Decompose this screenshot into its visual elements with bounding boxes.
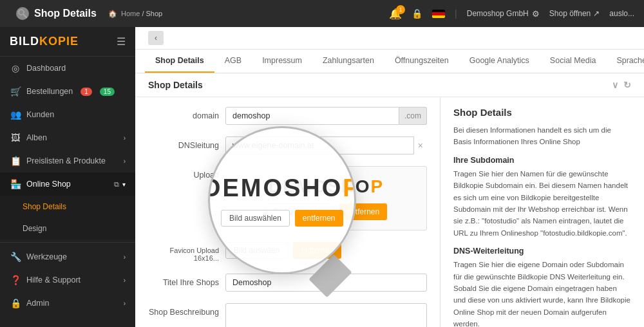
shop-open-label: Shop öffnen bbox=[549, 9, 591, 18]
admin-arrow: › bbox=[124, 300, 126, 307]
language-flag[interactable] bbox=[432, 10, 445, 18]
dns-clear-button[interactable]: × bbox=[414, 140, 427, 151]
logo-upload-area: DEMOSHOP Bild auswählen entfernen bbox=[225, 166, 427, 230]
sidebar-item-bestellungen[interactable]: 🛒 Bestellungen 1 15 bbox=[0, 80, 135, 103]
tab-oeffnungszeiten[interactable]: Öffnungszeiten bbox=[384, 50, 459, 73]
favicon-control: Bild auswäen entfernen bbox=[225, 242, 427, 259]
favicon-entfernen-button[interactable]: entfernen bbox=[293, 242, 341, 259]
top-header: Shop Details 🏠 Home / Shop 🔔 1 🔒 | Demos… bbox=[0, 0, 644, 27]
domain-input[interactable] bbox=[225, 107, 399, 125]
svg-point-0 bbox=[19, 10, 24, 15]
breadcrumb-home-link[interactable]: Home bbox=[121, 10, 140, 17]
sidebar-item-preislisten[interactable]: 📋 Preislisten & Produkte › bbox=[0, 149, 135, 173]
sidebar-item-alben[interactable]: 🖼 Alben › bbox=[0, 126, 135, 149]
beschreibung-row: Shop Beschreibung bbox=[148, 303, 427, 327]
tab-agb[interactable]: AGB bbox=[214, 50, 252, 73]
online-shop-arrow: ▾ bbox=[122, 181, 126, 188]
form-with-overlay: domain .com DNSleitung bbox=[148, 107, 427, 327]
collapse-icon[interactable]: ∨ bbox=[612, 80, 618, 90]
dns-label: DNSleitung bbox=[148, 136, 219, 150]
info-panel: Shop Details Bei diesen Informationen ha… bbox=[440, 97, 644, 327]
upload-control: DEMOSHOP Bild auswählen entfernen bbox=[225, 166, 427, 230]
titel-input[interactable] bbox=[225, 274, 427, 292]
sidebar-logo: BILDKOPIE ☰ bbox=[0, 27, 135, 57]
dns-input[interactable] bbox=[225, 136, 414, 154]
beschreibung-control bbox=[225, 303, 427, 327]
tab-social-media[interactable]: Social Media bbox=[540, 50, 607, 73]
sidebar-item-hilfe-label: Hilfe & Support bbox=[26, 276, 80, 285]
werkzeuge-arrow: › bbox=[124, 254, 126, 261]
werkzeuge-icon: 🔧 bbox=[10, 252, 21, 262]
back-button[interactable]: ‹ bbox=[148, 31, 164, 45]
sidebar-item-online-shop[interactable]: 🏪 Online Shop ⧉ ▾ bbox=[0, 173, 135, 196]
preislisten-icon: 📋 bbox=[10, 156, 21, 166]
sidebar-item-kunden[interactable]: 👥 Kunden bbox=[0, 103, 135, 126]
shop-open-link[interactable]: Shop öffnen ↗ bbox=[549, 9, 600, 18]
dns-row: DNSleitung × bbox=[148, 136, 427, 154]
page-title-icon bbox=[16, 7, 29, 20]
logo-preview-suffix: P bbox=[371, 176, 384, 196]
beschreibung-textarea[interactable] bbox=[225, 303, 427, 327]
titel-row: Titel Ihre Shops bbox=[148, 274, 427, 292]
online-shop-copy-icon: ⧉ bbox=[114, 180, 119, 189]
sidebar-sep-1 bbox=[0, 242, 135, 243]
tab-sprache[interactable]: Sprache bbox=[606, 50, 644, 73]
header-right: 🔔 1 🔒 | Demoshop GmbH ⚙ Shop öffnen ↗ au… bbox=[389, 8, 634, 20]
bell-badge: 1 bbox=[396, 5, 405, 14]
logout-link[interactable]: auslo... bbox=[609, 9, 634, 18]
logo-suffix: KOPIE bbox=[39, 35, 79, 48]
upload-label: Upload bbox=[148, 166, 219, 180]
logo-preview-prefix: DEMOSHO bbox=[269, 176, 371, 196]
user-name[interactable]: Demoshop GmbH ⚙ bbox=[467, 9, 540, 19]
bell-icon[interactable]: 🔔 1 bbox=[389, 8, 402, 20]
sidebar-item-hilfe[interactable]: ❓ Hilfe & Support › bbox=[0, 268, 135, 292]
sidebar: BILDKOPIE ☰ ◎ Dashboard 🛒 Bestellungen 1… bbox=[0, 27, 135, 327]
domain-control: .com bbox=[225, 107, 427, 125]
breadcrumb: 🏠 Home / Shop bbox=[108, 10, 162, 18]
sidebar-item-admin[interactable]: 🔒 Admin › bbox=[0, 292, 135, 315]
logo-prefix: BILD bbox=[10, 35, 39, 48]
tab-impressum[interactable]: Impressum bbox=[252, 50, 312, 73]
form-panel: domain .com DNSleitung bbox=[135, 97, 440, 327]
user-gear-icon[interactable]: ⚙ bbox=[532, 9, 540, 19]
sidebar-item-admin-label: Admin bbox=[26, 299, 49, 308]
menu-toggle-icon[interactable]: ☰ bbox=[117, 35, 126, 48]
entfernen-button[interactable]: entfernen bbox=[339, 203, 388, 220]
main-layout: BILDKOPIE ☰ ◎ Dashboard 🛒 Bestellungen 1… bbox=[0, 27, 644, 327]
external-link-icon: ↗ bbox=[593, 9, 600, 18]
logo-upload-row: Upload DEMOSHOP Bild auswählen entfernen bbox=[148, 166, 427, 230]
dns-control: × bbox=[225, 136, 427, 154]
user-name-text: Demoshop GmbH bbox=[467, 9, 529, 18]
info-dns-title: DNS-Weiterleitung bbox=[453, 247, 631, 256]
favicon-bild-button[interactable]: Bild auswäen bbox=[225, 242, 288, 259]
info-panel-title: Shop Details bbox=[453, 107, 631, 118]
info-dns-text: Tragen Sie hier die eigene Domain oder S… bbox=[453, 259, 631, 327]
tabs-bar: Shop Details AGB Impressum Zahlungsarten… bbox=[135, 50, 644, 73]
favicon-label: Favicon Upload 16x16... bbox=[148, 242, 219, 262]
preislisten-arrow: › bbox=[124, 158, 126, 165]
svg-line-1 bbox=[24, 15, 27, 18]
sidebar-item-shop-details[interactable]: Shop Details bbox=[0, 196, 135, 218]
page-title-text: Shop Details bbox=[34, 8, 97, 19]
tab-shop-details[interactable]: Shop Details bbox=[145, 50, 214, 73]
bild-auswaehlen-button[interactable]: Bild auswählen bbox=[265, 203, 334, 220]
sidebar-item-werkzeuge[interactable]: 🔧 Werkzeuge › bbox=[0, 245, 135, 268]
header-title-area: Shop Details bbox=[10, 7, 97, 20]
app-logo: BILDKOPIE bbox=[10, 35, 79, 48]
refresh-icon[interactable]: ↻ bbox=[623, 80, 631, 90]
section-title: Shop Details bbox=[148, 80, 203, 90]
logout-label: auslo... bbox=[609, 9, 634, 18]
alben-icon: 🖼 bbox=[10, 133, 21, 143]
kunden-icon: 👥 bbox=[10, 109, 21, 120]
sidebar-item-dashboard[interactable]: ◎ Dashboard bbox=[0, 57, 135, 80]
content-area: ‹ Shop Details AGB Impressum Zahlungsart… bbox=[135, 27, 644, 327]
tab-google-analytics[interactable]: Google Analytics bbox=[459, 50, 540, 73]
beschreibung-label: Shop Beschreibung bbox=[148, 303, 219, 317]
info-subdomain-title: Ihre Subdomain bbox=[453, 156, 631, 165]
tab-zahlungsarten[interactable]: Zahlungsarten bbox=[312, 50, 384, 73]
content-body: domain .com DNSleitung bbox=[135, 97, 644, 327]
sidebar-item-design[interactable]: Design bbox=[0, 218, 135, 239]
section-header: Shop Details ∨ ↻ bbox=[135, 73, 644, 97]
titel-label: Titel Ihre Shops bbox=[148, 274, 219, 287]
sub-header: ‹ bbox=[135, 27, 644, 50]
